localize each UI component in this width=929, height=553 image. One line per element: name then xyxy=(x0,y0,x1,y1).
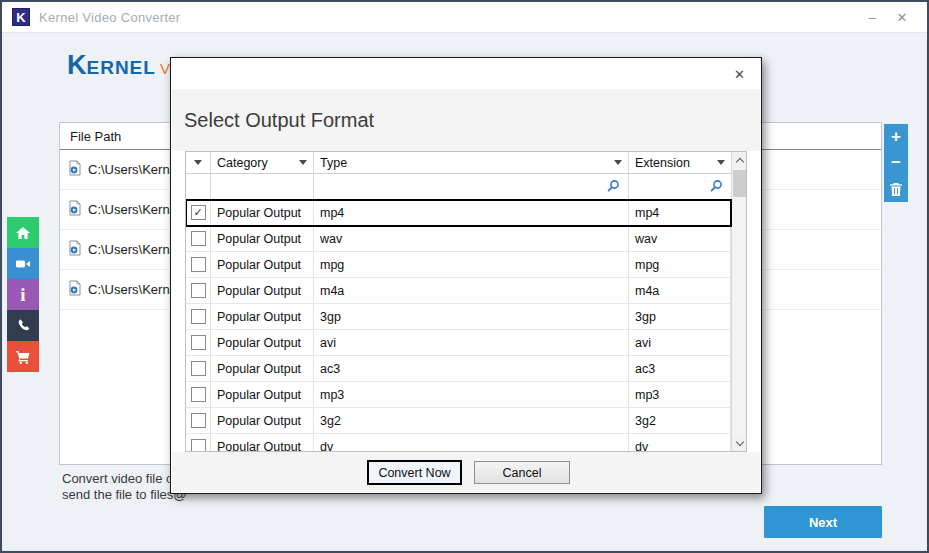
format-extension-cell: mp3 xyxy=(629,382,731,407)
scroll-up-button[interactable] xyxy=(732,152,747,168)
minimize-button[interactable]: – xyxy=(857,10,887,25)
format-type-cell: 3g2 xyxy=(314,408,629,433)
phone-button[interactable] xyxy=(7,310,39,341)
format-row[interactable]: Popular Output mpg mpg xyxy=(186,252,731,278)
format-checkbox[interactable]: ✓ xyxy=(191,205,206,220)
format-row[interactable]: Popular Output dv dv xyxy=(186,434,731,452)
category-column-header[interactable]: Category xyxy=(211,152,314,173)
format-type-cell: dv xyxy=(314,434,629,452)
format-type-cell: m4a xyxy=(314,278,629,303)
format-filter-row xyxy=(186,174,731,200)
media-file-icon xyxy=(67,160,88,179)
chevron-down-icon xyxy=(614,160,622,169)
format-category-cell: Popular Output xyxy=(211,304,314,329)
format-table: Category Type Extension ✓ xyxy=(185,151,747,452)
plus-icon: + xyxy=(891,127,901,147)
format-extension-cell: mpg xyxy=(629,252,731,277)
close-button[interactable]: ✕ xyxy=(887,10,917,25)
format-row[interactable]: Popular Output 3gp 3gp xyxy=(186,304,731,330)
format-row[interactable]: Popular Output avi avi xyxy=(186,330,731,356)
format-table-header: Category Type Extension xyxy=(186,152,731,174)
dialog-footer: Convert Now Cancel xyxy=(172,452,760,492)
format-type-cell: mp4 xyxy=(314,200,629,225)
cancel-button[interactable]: Cancel xyxy=(474,461,570,484)
info-icon: i xyxy=(20,285,25,304)
format-extension-cell: mp4 xyxy=(629,200,731,225)
format-extension-cell: dv xyxy=(629,434,731,452)
format-extension-cell: ac3 xyxy=(629,356,731,381)
add-file-button[interactable]: + xyxy=(884,124,908,150)
format-extension-cell: wav xyxy=(629,226,731,251)
chevron-down-icon xyxy=(299,160,307,169)
extension-column-header[interactable]: Extension xyxy=(629,152,731,173)
format-checkbox[interactable] xyxy=(191,257,206,272)
format-row[interactable]: Popular Output 3g2 3g2 xyxy=(186,408,731,434)
select-all-column-header[interactable] xyxy=(186,152,211,173)
format-row[interactable]: Popular Output ac3 ac3 xyxy=(186,356,731,382)
info-button[interactable]: i xyxy=(7,279,39,310)
select-output-format-dialog: ✕ Select Output Format Category Type Ext… xyxy=(170,57,762,494)
format-checkbox[interactable] xyxy=(191,335,206,350)
window-title: Kernel Video Converter xyxy=(39,10,857,25)
type-column-header[interactable]: Type xyxy=(314,152,629,173)
format-category-cell: Popular Output xyxy=(211,434,314,452)
format-category-cell: Popular Output xyxy=(211,330,314,355)
brand-logo: KERNELVid xyxy=(67,50,181,81)
format-type-cell: ac3 xyxy=(314,356,629,381)
format-row[interactable]: Popular Output mp3 mp3 xyxy=(186,382,731,408)
dialog-title: Select Output Format xyxy=(184,109,374,132)
media-file-icon xyxy=(67,240,88,259)
app-icon: K xyxy=(12,8,30,26)
format-type-cell: wav xyxy=(314,226,629,251)
format-category-cell: Popular Output xyxy=(211,382,314,407)
chevron-down-icon xyxy=(194,160,202,169)
category-filter-input[interactable] xyxy=(211,174,314,199)
chevron-down-icon xyxy=(735,437,743,445)
format-extension-cell: m4a xyxy=(629,278,731,303)
video-button[interactable] xyxy=(7,248,39,279)
scrollbar-thumb[interactable] xyxy=(733,170,746,197)
extension-filter-input[interactable] xyxy=(629,174,731,199)
format-table-body: ✓ Popular Output mp4 mp4 Popular Output … xyxy=(186,200,731,452)
app-window: K Kernel Video Converter – ✕ KERNELVid i xyxy=(0,0,929,553)
minus-icon: − xyxy=(891,153,901,173)
format-checkbox[interactable] xyxy=(191,309,206,324)
type-filter-input[interactable] xyxy=(314,174,629,199)
format-checkbox[interactable] xyxy=(191,231,206,246)
format-checkbox[interactable] xyxy=(191,361,206,376)
cart-button[interactable] xyxy=(7,341,39,372)
format-checkbox[interactable] xyxy=(191,439,206,452)
format-row[interactable]: Popular Output m4a m4a xyxy=(186,278,731,304)
format-category-cell: Popular Output xyxy=(211,356,314,381)
next-button[interactable]: Next xyxy=(764,506,882,538)
video-camera-icon xyxy=(15,256,31,272)
search-icon xyxy=(710,179,725,195)
format-checkbox[interactable] xyxy=(191,387,206,402)
format-row[interactable]: ✓ Popular Output mp4 mp4 xyxy=(186,200,731,226)
format-extension-cell: 3g2 xyxy=(629,408,731,433)
home-button[interactable] xyxy=(7,217,39,248)
dialog-close-icon[interactable]: ✕ xyxy=(734,67,745,82)
format-extension-cell: 3gp xyxy=(629,304,731,329)
format-type-cell: 3gp xyxy=(314,304,629,329)
format-category-cell: Popular Output xyxy=(211,278,314,303)
format-checkbox[interactable] xyxy=(191,413,206,428)
footer-note-line1: Convert video file of a xyxy=(62,471,188,487)
scroll-down-button[interactable] xyxy=(732,435,747,451)
format-table-scrollbar[interactable] xyxy=(731,152,746,451)
format-category-cell: Popular Output xyxy=(211,226,314,251)
cart-icon xyxy=(15,349,31,365)
delete-all-button[interactable] xyxy=(884,176,908,202)
convert-now-button[interactable]: Convert Now xyxy=(367,460,462,485)
remove-file-button[interactable]: − xyxy=(884,150,908,176)
search-icon xyxy=(607,179,622,195)
format-category-cell: Popular Output xyxy=(211,408,314,433)
format-checkbox[interactable] xyxy=(191,283,206,298)
format-row[interactable]: Popular Output wav wav xyxy=(186,226,731,252)
phone-icon xyxy=(16,318,31,333)
format-type-cell: mpg xyxy=(314,252,629,277)
brand-logo-text: K xyxy=(67,50,87,80)
chevron-up-icon xyxy=(735,157,743,165)
dialog-header: Select Output Format xyxy=(172,89,760,151)
filter-cell[interactable] xyxy=(186,174,211,199)
